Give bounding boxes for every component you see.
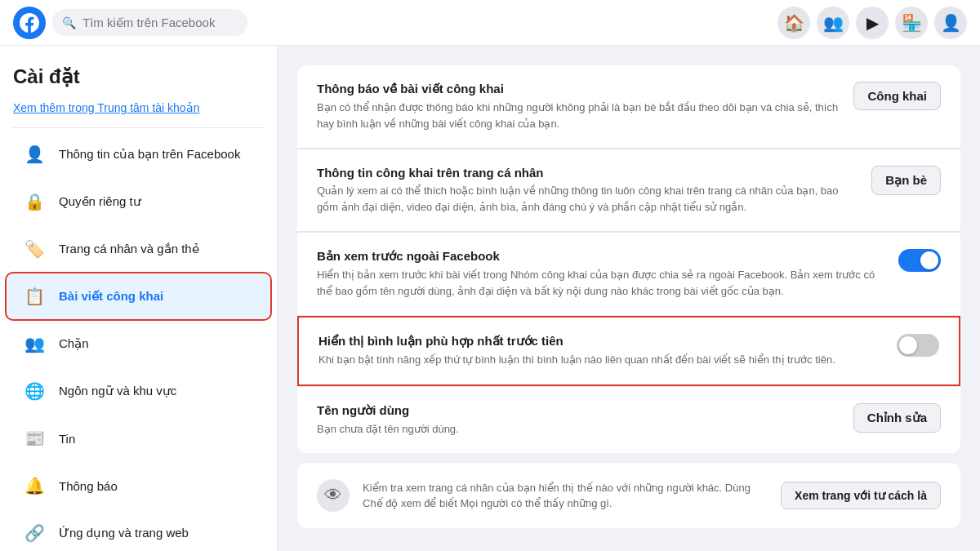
sidebar-item-ung-dung[interactable]: 🔗 Ứng dụng và trang web <box>7 510 270 551</box>
topnav: 🔍 🏠 👥 ▶ 🏪 👤 <box>0 0 980 46</box>
sidebar-divider <box>13 127 264 128</box>
row-desc-thong-tin-cong-khai: Quản lý xem ai có thể thích hoặc bình lu… <box>317 183 858 215</box>
sidebar-title: Cài đặt <box>0 59 277 101</box>
toggle-slider-hien-thi-binh-luan <box>897 334 939 357</box>
preview-desc: Kiểm tra xem trang cá nhân của bạn hiển … <box>363 480 768 512</box>
watch-icon[interactable]: ▶ <box>856 7 889 39</box>
sidebar-label-quyen-rieng-tu: Quyền riêng tư <box>59 194 141 209</box>
settings-row-ten-nguoi-dung: Tên người dùng Bạn chưa đặt tên người dù… <box>297 386 960 454</box>
row-action-ban-xem-truoc <box>898 249 941 272</box>
row-action-hien-thi-binh-luan <box>897 334 939 357</box>
row-title-hien-thi-binh-luan: Hiển thị bình luận phù hợp nhất trước ti… <box>318 334 884 349</box>
profile-preview-card: 👁 Kiểm tra xem trang cá nhân của bạn hiể… <box>297 463 960 528</box>
sidebar-icon-thong-tin: 👤 <box>20 140 49 169</box>
sidebar-item-chan[interactable]: 👥 Chặn <box>7 321 270 367</box>
toggle-hien-thi-binh-luan[interactable] <box>897 334 939 357</box>
sidebar-label-tin: Tin <box>59 432 75 446</box>
action-button-thong-tin-cong-khai[interactable]: Bạn bè <box>871 166 941 195</box>
toggle-ban-xem-truoc[interactable] <box>898 249 941 272</box>
sidebar-label-ngon-ngu: Ngôn ngữ và khu vực <box>59 384 176 398</box>
search-bar[interactable]: 🔍 <box>52 9 247 36</box>
row-text-hien-thi-binh-luan: Hiển thị bình luận phù hợp nhất trước ti… <box>318 334 884 368</box>
main-content: Thông báo về bài viết công khai Bạn có t… <box>278 46 980 551</box>
sidebar-icon-ung-dung: 🔗 <box>20 518 49 548</box>
action-button-thong-bao-bai-viet[interactable]: Công khai <box>853 82 941 110</box>
eye-icon: 👁 <box>317 479 350 512</box>
sidebar-item-thong-bao[interactable]: 🔔 Thông báo <box>7 463 270 509</box>
settings-row-hien-thi-binh-luan: Hiển thị bình luận phù hợp nhất trước ti… <box>297 316 960 386</box>
row-desc-ban-xem-truoc: Hiển thị bản xem trước khi bài viết tron… <box>317 267 885 299</box>
row-text-thong-bao-bai-viet: Thông báo về bài viết công khai Bạn có t… <box>317 82 840 131</box>
sidebar-label-thong-bao: Thông báo <box>59 479 118 493</box>
sidebar-label-chan: Chặn <box>59 336 89 351</box>
sidebar-icon-bai-viet-cong-khai: 📋 <box>20 282 49 311</box>
settings-row-thong-tin-cong-khai: Thông tin công khai trên trang cá nhân Q… <box>297 149 960 232</box>
profile-preview-row: 👁 Kiểm tra xem trang cá nhân của bạn hiể… <box>297 463 960 528</box>
preview-button[interactable]: Xem trang với tư cách là <box>781 482 941 509</box>
sidebar-icon-thong-bao: 🔔 <box>20 471 49 500</box>
row-desc-thong-bao-bai-viet: Bạn có thể nhận được thông báo khi những… <box>317 100 840 131</box>
facebook-logo <box>13 7 46 39</box>
settings-card: Thông báo về bài viết công khai Bạn có t… <box>297 65 960 453</box>
toggle-slider-ban-xem-truoc <box>898 249 941 272</box>
sidebar-icon-trang-ca-nhan: 🏷️ <box>20 234 49 264</box>
row-title-thong-tin-cong-khai: Thông tin công khai trên trang cá nhân <box>317 166 858 180</box>
sidebar-item-tin[interactable]: 📰 Tin <box>7 415 270 461</box>
sidebar-label-ung-dung: Ứng dụng và trang web <box>59 526 189 540</box>
sidebar-label-bai-viet-cong-khai: Bài viết công khai <box>59 289 163 304</box>
row-action-ten-nguoi-dung: Chỉnh sửa <box>853 403 941 433</box>
row-desc-ten-nguoi-dung: Bạn chưa đặt tên người dùng. <box>317 421 840 438</box>
sidebar-label-thong-tin: Thông tin của bạn trên Facebook <box>59 147 240 162</box>
row-text-thong-tin-cong-khai: Thông tin công khai trên trang cá nhân Q… <box>317 166 858 215</box>
sidebar: Cài đặt Xem thêm trong Trung tâm tài kho… <box>0 46 278 551</box>
search-input[interactable] <box>82 16 238 29</box>
sidebar-item-bai-viet-cong-khai[interactable]: 📋 Bài viết công khai <box>7 273 270 319</box>
row-desc-hien-thi-binh-luan: Khi bạn bật tính năng xếp thứ tự bình lu… <box>318 352 884 368</box>
row-text-ten-nguoi-dung: Tên người dùng Bạn chưa đặt tên người dù… <box>317 403 840 438</box>
topnav-icons: 🏠 👥 ▶ 🏪 👤 <box>777 7 967 39</box>
sidebar-icon-tin: 📰 <box>20 424 49 453</box>
action-button-ten-nguoi-dung[interactable]: Chỉnh sửa <box>853 403 941 433</box>
sidebar-items: 👤 Thông tin của bạn trên Facebook 🔒 Quyề… <box>0 131 277 551</box>
groups-icon[interactable]: 👤 <box>934 7 967 39</box>
sidebar-item-quyen-rieng-tu[interactable]: 🔒 Quyền riêng tư <box>7 179 270 224</box>
sidebar-item-thong-tin[interactable]: 👤 Thông tin của bạn trên Facebook <box>7 131 270 177</box>
layout: Cài đặt Xem thêm trong Trung tâm tài kho… <box>0 46 980 551</box>
sidebar-icon-quyen-rieng-tu: 🔒 <box>20 187 49 216</box>
home-icon[interactable]: 🏠 <box>777 7 810 39</box>
row-text-ban-xem-truoc: Bản xem trước ngoài Facebook Hiển thị bả… <box>317 249 885 299</box>
row-title-ban-xem-truoc: Bản xem trước ngoài Facebook <box>317 249 885 264</box>
row-action-thong-tin-cong-khai: Bạn bè <box>871 166 941 195</box>
row-title-ten-nguoi-dung: Tên người dùng <box>317 403 840 418</box>
sidebar-icon-ngon-ngu: 🌐 <box>20 376 49 406</box>
sidebar-label-trang-ca-nhan: Trang cá nhân và gắn thẻ <box>59 242 199 256</box>
settings-row-thong-bao-bai-viet: Thông báo về bài viết công khai Bạn có t… <box>297 65 960 149</box>
friends-icon[interactable]: 👥 <box>817 7 849 39</box>
sidebar-item-trang-ca-nhan[interactable]: 🏷️ Trang cá nhân và gắn thẻ <box>7 226 270 272</box>
search-icon: 🔍 <box>62 16 76 29</box>
sidebar-icon-chan: 👥 <box>20 329 49 358</box>
account-center-link[interactable]: Xem thêm trong Trung tâm tài khoản <box>0 101 277 124</box>
row-action-thong-bao-bai-viet: Công khai <box>853 82 941 110</box>
sidebar-item-ngon-ngu[interactable]: 🌐 Ngôn ngữ và khu vực <box>7 368 270 414</box>
row-title-thong-bao-bai-viet: Thông báo về bài viết công khai <box>317 82 840 96</box>
marketplace-icon[interactable]: 🏪 <box>895 7 928 39</box>
settings-row-ban-xem-truoc: Bản xem trước ngoài Facebook Hiển thị bả… <box>297 232 960 316</box>
